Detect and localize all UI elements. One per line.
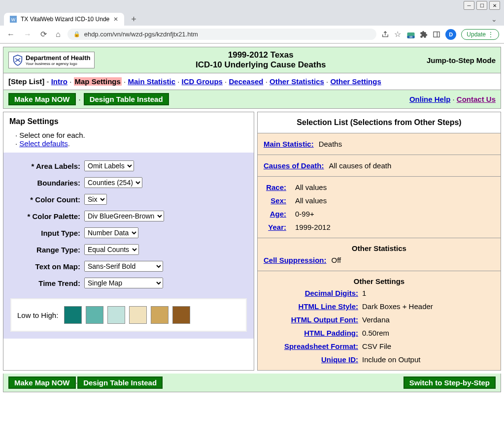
spreadsheet-link[interactable]: Spreadsheet Format:	[284, 342, 358, 350]
window-minimize[interactable]: ─	[464, 1, 474, 10]
output-font-value: Verdana	[362, 315, 390, 324]
decimal-digits-link[interactable]: Decimal Digits:	[305, 289, 358, 297]
palette-label: Low to High:	[17, 311, 58, 319]
line-style-value: Dark Boxes + Header	[362, 302, 433, 311]
switch-mode-button[interactable]: Switch to Step-by-Step	[403, 376, 496, 389]
menu-dots-icon: ⋮	[488, 31, 494, 38]
step-nav: [Step List] - Intro · Map Settings · Mai…	[3, 73, 501, 90]
page-title: 1999-2012 Texas ICD-10 Underlying Cause …	[95, 50, 427, 70]
design-table-button[interactable]: Design Table Instead	[84, 93, 169, 105]
year-link[interactable]: Year:	[268, 223, 286, 231]
contact-us-link[interactable]: Contact Us	[457, 95, 496, 103]
home-button[interactable]: ⌂	[54, 29, 63, 40]
svg-rect-5	[434, 31, 439, 37]
main-statistic-link[interactable]: Main Statistic:	[264, 140, 314, 148]
color-count-label: * Color Count:	[10, 195, 84, 204]
age-link[interactable]: Age:	[270, 210, 286, 218]
range-type-label: Range Type:	[10, 246, 84, 254]
nav-other-settings[interactable]: Other Settings	[330, 77, 381, 86]
map-settings-panel: Map Settings · Select one for each. · Se…	[3, 112, 254, 371]
sex-value: All values	[295, 196, 327, 205]
color-swatch	[86, 306, 103, 324]
window-maximize[interactable]: ☐	[476, 1, 487, 10]
tab-title: TX VitalWeb Wizard ICD-10 Unde	[21, 16, 109, 23]
decimal-digits-value: 1	[362, 289, 366, 297]
time-trend-select[interactable]: Single Map	[84, 278, 163, 288]
new-tab-button[interactable]: +	[128, 14, 139, 25]
cell-suppression-value: Off	[332, 256, 341, 264]
mode-label: Jump-to-Step Mode	[427, 56, 496, 64]
color-swatch	[129, 306, 147, 324]
action-bar-top: Make Map NOW · Design Table Instead Onli…	[3, 90, 501, 109]
causes-value: All causes of death	[329, 161, 392, 170]
window-close[interactable]: ✕	[489, 1, 500, 10]
tab-close-icon[interactable]: ✕	[113, 16, 118, 23]
page-header: Department of Health Your business or ag…	[3, 47, 501, 73]
boundaries-select[interactable]: Counties (254)	[84, 177, 142, 188]
browser-tab[interactable]: W TX VitalWeb Wizard ICD-10 Unde ✕	[4, 13, 124, 26]
online-help-link[interactable]: Online Help	[409, 95, 450, 103]
text-on-map-select[interactable]: Sans-Serif Bold	[84, 261, 163, 272]
nav-deceased[interactable]: Deceased	[229, 77, 263, 86]
svg-text:48: 48	[409, 35, 412, 38]
padding-link[interactable]: HTML Padding:	[304, 329, 358, 337]
sex-link[interactable]: Sex:	[270, 196, 286, 205]
action-bar-bottom: Make Map NOW · Design Table Instead Swit…	[3, 374, 501, 392]
input-type-select[interactable]: Number Data	[84, 227, 138, 238]
color-count-select[interactable]: Six	[84, 194, 107, 205]
nav-other-statistics[interactable]: Other Statistics	[269, 77, 324, 86]
update-button[interactable]: Update ⋮	[461, 29, 499, 40]
make-map-button-bottom[interactable]: Make Map NOW	[8, 376, 76, 389]
area-labels-label: * Area Labels:	[10, 162, 84, 170]
back-button[interactable]: ←	[5, 29, 17, 40]
year-value: 1999-2012	[295, 223, 331, 231]
dept-sub: Your business or agency logo	[26, 62, 90, 66]
age-value: 0-99+	[295, 210, 314, 218]
color-swatch	[64, 306, 82, 324]
forward-button[interactable]: →	[22, 29, 34, 40]
boundaries-label: Boundaries:	[10, 179, 84, 187]
color-swatch	[172, 306, 190, 324]
selection-list-heading: Selection List (Selections from Other St…	[258, 112, 501, 133]
url-bar[interactable]: 🔒 ehdp.com/vn/rw/wzd-pgs/kzdnfjtx21.htm	[67, 29, 377, 40]
bookmark-icon[interactable]: ☆	[394, 30, 401, 39]
area-labels-select[interactable]: Omit Labels	[84, 160, 134, 171]
design-table-button-bottom[interactable]: Design Table Instead	[77, 376, 163, 389]
main-statistic-value: Deaths	[319, 140, 342, 148]
selection-list-panel: Selection List (Selections from Other St…	[257, 112, 501, 371]
intro-line1: · Select one for each.	[15, 131, 248, 139]
input-type-label: Input Type:	[10, 229, 84, 237]
color-palette-select[interactable]: Div BlueGreen-Brown	[84, 211, 164, 221]
extensions-menu-icon[interactable]	[420, 31, 428, 38]
output-font-link[interactable]: HTML Output Font:	[291, 315, 358, 324]
other-settings-subhead: Other Settings	[264, 275, 495, 286]
unique-id-link[interactable]: Unique ID:	[321, 355, 358, 364]
cell-suppression-link[interactable]: Cell Suppression:	[264, 256, 327, 264]
color-swatch	[151, 306, 168, 324]
other-statistics-subhead: Other Statistics	[264, 242, 495, 253]
browser-chrome: ─ ☐ ✕ W TX VitalWeb Wizard ICD-10 Unde ✕…	[0, 0, 504, 44]
url-text: ehdp.com/vn/rw/wzd-pgs/kzdnfjtx21.htm	[84, 31, 198, 38]
reload-button[interactable]: ⟳	[38, 29, 49, 40]
tab-favicon-icon: W	[10, 16, 17, 23]
range-type-select[interactable]: Equal Counts	[84, 244, 139, 255]
line-style-link[interactable]: HTML Line Style:	[299, 302, 358, 311]
shield-icon	[13, 54, 23, 66]
extension-icon[interactable]: 48	[406, 30, 415, 39]
padding-value: 0.50rem	[362, 329, 389, 337]
nav-main-statistic[interactable]: Main Statistic	[128, 77, 175, 86]
profile-avatar[interactable]: D	[445, 29, 456, 40]
causes-link[interactable]: Causes of Death:	[264, 161, 324, 170]
make-map-button[interactable]: Make Map NOW	[8, 93, 76, 105]
select-defaults-link[interactable]: Select defaults	[19, 139, 67, 148]
unique-id-value: Include on Output	[362, 355, 420, 364]
nav-intro[interactable]: Intro	[51, 77, 67, 86]
race-link[interactable]: Race:	[266, 183, 286, 191]
lock-icon: 🔒	[73, 31, 80, 37]
nav-icd-groups[interactable]: ICD Groups	[182, 77, 223, 86]
share-icon[interactable]	[381, 31, 389, 38]
dept-name: Department of Health	[26, 54, 90, 62]
panel-icon[interactable]	[433, 31, 440, 38]
spreadsheet-value: CSV File	[362, 342, 391, 350]
tab-dropdown-icon[interactable]: ⌄	[488, 15, 500, 23]
